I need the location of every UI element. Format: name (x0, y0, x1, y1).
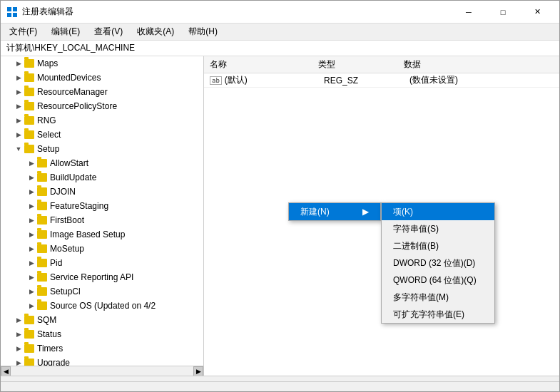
expander-allowstart: ▶ (26, 158, 36, 168)
expander-resourcemanager: ▶ (14, 87, 24, 97)
folder-icon-timers (24, 344, 35, 354)
expander-firstboot: ▶ (26, 215, 36, 225)
left-panel: ▶ Maps ▶ MountedDevices ▶ ResourceManage… (1, 56, 204, 376)
left-scrollbar-h[interactable]: ◀ ▶ (1, 366, 203, 376)
folder-icon-mounteddevices (24, 73, 35, 83)
item-label-resourcemanager: ResourceManager (37, 87, 108, 97)
folder-icon-resourcemanager (24, 87, 35, 97)
svg-rect-3 (13, 13, 17, 17)
ctx-arrow-new: ▶ (362, 207, 369, 217)
item-label-mounteddevices: MountedDevices (37, 73, 101, 83)
tree-item-mounteddevices[interactable]: ▶ MountedDevices (1, 71, 203, 85)
menu-help[interactable]: 帮助(H) (183, 24, 223, 39)
tree-item-timers[interactable]: ▶ Timers (1, 341, 203, 356)
sub-label-binary: 二进制值(B) (393, 240, 439, 252)
folder-icon-resourcepolicystore (24, 101, 35, 111)
folder-icon-servicereporting (36, 272, 48, 282)
item-label-status: Status (37, 329, 61, 339)
sub-item-multistring[interactable]: 多字符串值(M) (382, 289, 494, 306)
tree-item-sourceos[interactable]: ▶ Source OS (Updated on 4/2 (1, 299, 203, 313)
main-window: 注册表编辑器 ─ □ ✕ 文件(F) 编辑(E) 查看(V) 收藏夹(A) 帮助… (0, 0, 560, 392)
tree-item-djoin[interactable]: ▶ DJOIN (1, 185, 203, 199)
expander-status: ▶ (14, 329, 24, 339)
sub-item-dword[interactable]: DWORD (32 位值)(D) (382, 254, 494, 272)
sub-item-qword[interactable]: QWORD (64 位值)(Q) (382, 272, 494, 289)
tree-item-imagebasedsetup[interactable]: ▶ Image Based Setup (1, 227, 203, 242)
scroll-left-btn[interactable]: ◀ (1, 366, 11, 376)
sub-item-string[interactable]: 字符串值(S) (382, 220, 494, 237)
tree-item-servicereporting[interactable]: ▶ Service Reporting API (1, 270, 203, 284)
breadcrumb-text: 计算机\HKEY_LOCAL_MACHINE (6, 42, 135, 54)
expander-djoin: ▶ (26, 187, 36, 197)
item-label-sourceos: Source OS (Updated on 4/2 (50, 301, 156, 311)
menu-view[interactable]: 查看(V) (88, 24, 128, 39)
sub-item-key[interactable]: 项(K) (382, 203, 494, 220)
tree-item-buildupdate[interactable]: ▶ BuildUpdate (1, 170, 203, 185)
folder-icon-upgrade (24, 358, 35, 366)
menu-favorites[interactable]: 收藏夹(A) (131, 24, 180, 39)
col-header-type: 类型 (318, 58, 404, 71)
tree-item-firstboot[interactable]: ▶ FirstBoot (1, 213, 203, 227)
expander-timers: ▶ (14, 344, 24, 354)
sub-label-expandstring: 可扩充字符串值(E) (393, 309, 464, 321)
menu-edit[interactable]: 编辑(E) (46, 24, 86, 39)
app-icon (6, 6, 18, 18)
item-label-mosetup: MoSetup (50, 244, 84, 254)
reg-icon: ab (默认) (210, 74, 248, 86)
tree-scroll[interactable]: ▶ Maps ▶ MountedDevices ▶ ResourceManage… (1, 56, 203, 366)
menu-file[interactable]: 文件(F) (4, 24, 43, 39)
breadcrumb: 计算机\HKEY_LOCAL_MACHINE (1, 41, 559, 56)
folder-icon-sqm (24, 315, 35, 325)
tree-item-resourcemanager[interactable]: ▶ ResourceManager (1, 85, 203, 99)
tree-item-featurestaging[interactable]: ▶ FeatureStaging (1, 199, 203, 213)
row-name: (默认) (225, 74, 248, 86)
tree-item-status[interactable]: ▶ Status (1, 327, 203, 341)
bottom-scrollbar[interactable] (1, 381, 559, 387)
tree-item-upgrade[interactable]: ▶ Upgrade (1, 356, 203, 366)
folder-icon-pid (36, 258, 48, 268)
tree-item-sqm[interactable]: ▶ SQM (1, 313, 203, 327)
folder-icon-buildupdate (36, 172, 48, 182)
table-row[interactable]: ab (默认) REG_SZ (数值未设置) (204, 73, 559, 88)
svg-rect-2 (7, 13, 11, 17)
sub-item-binary[interactable]: 二进制值(B) (382, 237, 494, 254)
sub-label-key: 项(K) (393, 206, 413, 218)
item-label-rng: RNG (37, 115, 56, 125)
tree-item-setupcl[interactable]: ▶ SetupCl (1, 284, 203, 299)
cell-data: (数值未设置) (404, 74, 559, 86)
item-label-setup: Setup (37, 144, 59, 154)
tree-item-setup[interactable]: ▼ Setup (1, 142, 203, 156)
tree-item-pid[interactable]: ▶ Pid (1, 256, 203, 270)
item-label-upgrade: Upgrade (37, 358, 70, 366)
ctx-item-new[interactable]: 新建(N) ▶ (289, 203, 380, 220)
close-button[interactable]: ✕ (521, 5, 554, 19)
col-header-data: 数据 (404, 58, 559, 71)
tree-item-select[interactable]: ▶ Select (1, 128, 203, 142)
expander-setupcl: ▶ (26, 287, 36, 296)
expander-servicereporting: ▶ (26, 272, 36, 282)
sub-item-expandstring[interactable]: 可扩充字符串值(E) (382, 306, 494, 323)
cell-name: ab (默认) (204, 74, 318, 86)
ab-icon: ab (210, 76, 222, 85)
folder-icon-featurestaging (36, 201, 48, 211)
tree-item-resourcepolicystore[interactable]: ▶ ResourcePolicyStore (1, 99, 203, 113)
svg-rect-1 (13, 7, 17, 11)
tree-item-rng[interactable]: ▶ RNG (1, 113, 203, 128)
expander-setup: ▼ (14, 144, 24, 154)
tree-item-maps[interactable]: ▶ Maps (1, 56, 203, 71)
table-header: 名称 类型 数据 (204, 56, 559, 73)
expander-select: ▶ (14, 130, 24, 140)
tree-item-mosetup[interactable]: ▶ MoSetup (1, 242, 203, 256)
item-label-select: Select (37, 130, 61, 140)
folder-icon-imagebasedsetup (36, 229, 48, 239)
expander-buildupdate: ▶ (26, 172, 36, 182)
expander-rng: ▶ (14, 115, 24, 125)
expander-sqm: ▶ (14, 315, 24, 325)
scroll-right-btn[interactable]: ▶ (193, 366, 203, 376)
folder-icon-setup (24, 144, 35, 154)
expander-maps: ▶ (14, 58, 24, 68)
tree-item-allowstart[interactable]: ▶ AllowStart (1, 156, 203, 170)
item-label-setupcl: SetupCl (50, 287, 81, 296)
minimize-button[interactable]: ─ (452, 5, 485, 19)
maximize-button[interactable]: □ (487, 5, 519, 19)
